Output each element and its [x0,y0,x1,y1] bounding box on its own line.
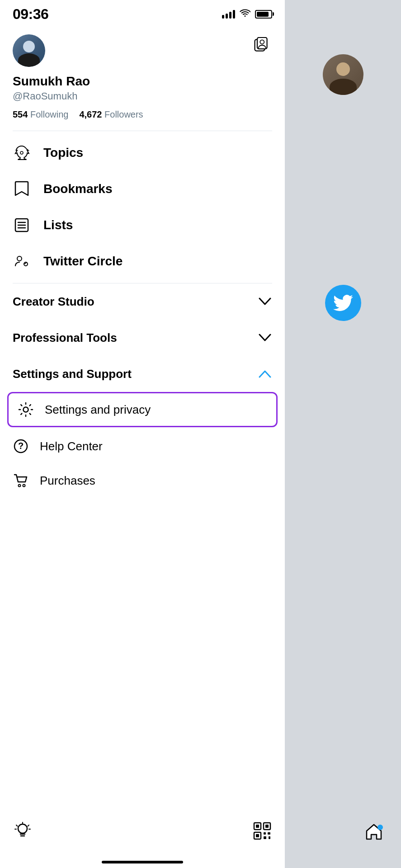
settings-support-header[interactable]: Settings and Support [0,356,285,392]
menu-item-bookmarks[interactable]: Bookmarks [0,171,285,207]
svg-rect-24 [265,825,269,828]
qr-code-icon[interactable] [252,821,272,841]
following-count: 554 [13,109,28,119]
settings-support-title: Settings and Support [13,367,132,381]
home-button[interactable] [360,818,387,845]
svg-line-17 [16,825,18,826]
svg-rect-27 [264,832,266,835]
gear-icon [18,401,34,418]
creator-studio-header[interactable]: Creator Studio [0,283,285,320]
menu-item-lists[interactable]: Lists [0,207,285,243]
menu-item-twitter-circle[interactable]: Twitter Circle [0,243,285,279]
svg-rect-26 [256,834,259,837]
profile-stats: 554 Following 4,672 Followers [13,109,272,120]
signal-icon [222,9,235,19]
status-bar: 09:36 [0,0,285,25]
menu-item-topics[interactable]: Topics [0,135,285,171]
settings-support-chevron [258,367,272,381]
right-panel-avatar[interactable] [323,54,363,95]
svg-rect-22 [256,825,259,828]
svg-point-13 [19,485,21,487]
svg-point-15 [18,824,27,833]
status-time: 09:36 [13,6,48,23]
purchases-label: Purchases [40,474,95,488]
creator-studio-chevron [258,294,272,309]
topics-label: Topics [43,146,83,160]
professional-tools-header[interactable]: Professional Tools [0,320,285,356]
twitter-bird-button[interactable] [325,285,361,321]
svg-point-31 [377,825,383,830]
svg-rect-29 [264,836,266,839]
svg-rect-30 [269,836,270,839]
main-menu: Topics Bookmarks Lists [0,131,285,283]
topics-icon [13,144,31,162]
svg-text:?: ? [18,441,24,451]
battery-icon [255,10,272,19]
settings-privacy-item[interactable]: Settings and privacy [7,392,278,427]
svg-point-8 [17,256,22,261]
lightbulb-icon[interactable] [13,821,33,841]
help-center-item[interactable]: ? Help Center [0,429,285,463]
avatar[interactable] [13,34,45,67]
svg-line-18 [28,825,29,826]
creator-studio-title: Creator Studio [13,295,94,309]
professional-tools-title: Professional Tools [13,331,117,345]
cart-icon [13,472,29,489]
wifi-icon [240,9,250,19]
profile-section: Sumukh Rao @RaoSumukh 554 Following 4,67… [0,25,285,131]
profile-name: Sumukh Rao [13,74,272,89]
profile-handle: @RaoSumukh [13,90,272,102]
bottom-bar [0,812,285,850]
bookmarks-icon [13,180,31,198]
svg-point-10 [24,407,28,412]
collapsible-sections: Creator Studio Professional Tools Settin… [0,283,285,498]
status-icons [222,9,272,19]
help-icon: ? [13,438,29,454]
help-center-label: Help Center [40,439,103,453]
lists-label: Lists [43,218,73,232]
right-panel [285,0,401,868]
svg-point-3 [20,151,23,154]
followers-label: Followers [104,109,143,119]
following-label: Following [30,109,68,119]
professional-tools-chevron [258,330,272,345]
home-indicator [102,861,183,863]
svg-point-14 [23,485,25,487]
settings-support-items: Settings and privacy ? Help Center [0,392,285,498]
twitter-circle-icon [13,252,31,270]
svg-rect-28 [268,832,270,835]
twitter-circle-label: Twitter Circle [43,254,123,269]
bookmarks-label: Bookmarks [43,182,113,196]
followers-count: 4,672 [79,109,102,119]
multi-account-button[interactable] [250,34,272,56]
lists-icon [13,216,31,234]
purchases-item[interactable]: Purchases [0,463,285,498]
settings-privacy-label: Settings and privacy [45,403,151,417]
